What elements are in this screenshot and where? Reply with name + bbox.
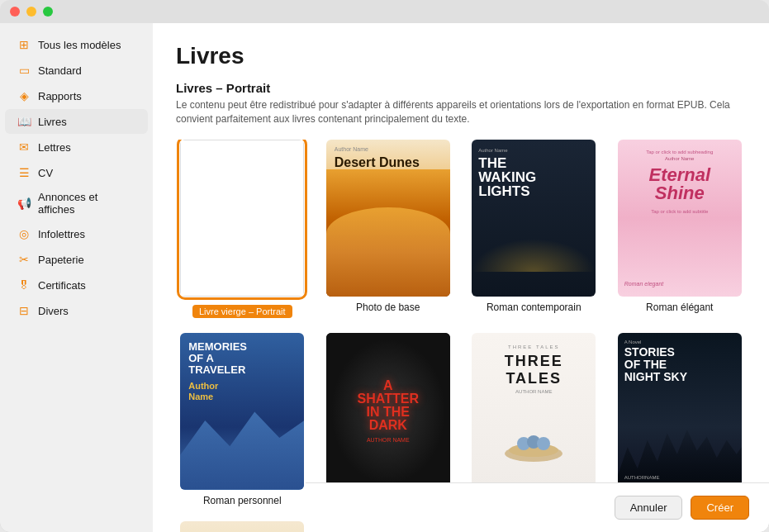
footer: Annuler Créer: [306, 482, 769, 532]
maximize-button[interactable]: [43, 7, 53, 17]
stories-preview: A Novel STORIESOF THENIGHT SKY AUTHORNAM…: [618, 333, 742, 490]
eternal-title: EternalShine: [648, 166, 710, 202]
template-thumb-seasons[interactable]: TheSeasonsof Paris: [180, 521, 304, 532]
template-label-memories: Roman personnel: [203, 495, 282, 506]
nest-image: [501, 414, 567, 463]
tales-preview: THREE TALES THREETALES AUTHOR NAME: [472, 333, 596, 490]
template-thumb-eternal[interactable]: Tap or click to add subheading Author Na…: [618, 140, 742, 297]
template-eternal[interactable]: Tap or click to add subheading Author Na…: [614, 140, 747, 318]
template-label-desert: Photo de base: [356, 302, 420, 313]
template-seasons[interactable]: TheSeasonsof Paris Les Saisons de Paris: [176, 521, 309, 532]
tales-subtitle: THREE TALES: [508, 344, 559, 349]
template-waking[interactable]: Author Name THEWAKINGLIGHTS Roman contem…: [468, 140, 600, 318]
sidebar-item-letters[interactable]: ✉ Lettres: [5, 135, 148, 159]
sidebar-item-certs[interactable]: 🎖 Certificats: [5, 273, 148, 297]
shatter-author: AUTHOR NAME: [367, 437, 410, 443]
sidebar-label-certs: Certificats: [38, 279, 86, 292]
selected-badge: Livre vierge – Portrait: [192, 305, 292, 318]
desert-image: [326, 169, 450, 296]
waking-title: THEWAKINGLIGHTS: [478, 156, 589, 198]
template-thumb-desert[interactable]: Author Name Desert Dunes: [326, 140, 450, 297]
sidebar-item-cv[interactable]: ☰ CV: [5, 160, 148, 185]
create-button[interactable]: Créer: [691, 496, 749, 520]
sidebar-label-standard: Standard: [38, 64, 82, 77]
sidebar-label-all: Tous les modèles: [38, 39, 121, 51]
sidebar-item-standard[interactable]: ▭ Standard: [5, 58, 148, 83]
newsletter-icon: ◎: [17, 226, 31, 241]
sidebar-label-reports: Rapports: [38, 90, 82, 102]
book-icon: 📖: [17, 114, 31, 129]
sidebar-label-letters: Lettres: [38, 141, 71, 154]
template-memories[interactable]: Memoriesof aTraveler AuthorName Roman pe…: [176, 333, 309, 506]
page-title: Livres: [176, 43, 746, 69]
template-tales[interactable]: THREE TALES THREETALES AUTHOR NAME: [468, 333, 600, 506]
seasons-preview: TheSeasonsof Paris: [180, 521, 304, 532]
sidebar-item-all[interactable]: ⊞ Tous les modèles: [5, 32, 148, 57]
template-desert[interactable]: Author Name Desert Dunes Photo de base: [322, 140, 455, 318]
memories-title: Memoriesof aTraveler: [188, 341, 296, 377]
memories-preview: Memoriesof aTraveler AuthorName: [180, 333, 304, 490]
sidebar-item-newsletters[interactable]: ◎ Infolettres: [5, 221, 148, 246]
tales-nest-container: [501, 394, 567, 483]
grid-icon: ⊞: [17, 37, 31, 52]
shatter-preview: ASHATTERIN THEDARK AUTHOR NAME: [326, 333, 450, 490]
eternal-tip: Tap or click to add subheading: [646, 150, 713, 154]
mountain-shape: [180, 403, 304, 490]
dune-shape: [326, 207, 450, 296]
template-thumb-stories[interactable]: A Novel STORIESOF THENIGHT SKY AUTHORNAM…: [618, 333, 742, 490]
template-label-eternal: Roman élégant: [646, 302, 713, 313]
sidebar-label-cv: CV: [38, 167, 53, 179]
cancel-button[interactable]: Annuler: [615, 496, 683, 520]
main-panel: Livres Livres – Portrait Le contenu peut…: [153, 23, 769, 532]
template-label-waking: Roman contemporain: [487, 302, 581, 313]
close-button[interactable]: [10, 7, 20, 17]
sidebar-label-stationery: Papeterie: [38, 254, 84, 266]
tales-title: THREETALES: [505, 353, 563, 387]
envelope-icon: ✉: [17, 140, 31, 154]
desert-title: Desert Dunes: [326, 155, 450, 170]
doc-icon: ▭: [17, 63, 31, 78]
stories-title: STORIESOF THENIGHT SKY: [624, 346, 735, 384]
sidebar-item-stationery[interactable]: ✂ Papeterie: [5, 247, 148, 272]
desert-preview: Author Name Desert Dunes: [326, 140, 450, 297]
template-stories[interactable]: A Novel STORIESOF THENIGHT SKY AUTHORNAM…: [614, 333, 747, 506]
person-icon: ☰: [17, 165, 31, 180]
templates-scroll: Livre vierge – Portrait Author Name Dese…: [153, 140, 769, 532]
sidebar-item-posters[interactable]: 📢 Annonces et affiches: [5, 186, 148, 221]
stories-author: AUTHORNAME: [624, 475, 660, 480]
sidebar-label-misc: Divers: [38, 305, 69, 317]
eternal-decor: Roman elegant: [624, 214, 735, 287]
waking-preview: Author Name THEWAKINGLIGHTS: [472, 140, 596, 297]
shatter-title: ASHATTERIN THEDARK: [358, 379, 419, 432]
section-description: Le contenu peut être redistribué pour s'…: [176, 98, 738, 126]
waking-content: Author Name THEWAKINGLIGHTS: [472, 140, 596, 207]
megaphone-icon: 📢: [17, 196, 31, 211]
main-window: ⊞ Tous les modèles ▭ Standard ◈ Rapports…: [0, 0, 769, 532]
template-thumb-shatter[interactable]: ASHATTERIN THEDARK AUTHOR NAME: [326, 333, 450, 490]
sidebar-item-reports[interactable]: ◈ Rapports: [5, 83, 148, 108]
scissors-icon: ✂: [17, 252, 31, 267]
minimize-button[interactable]: [26, 7, 36, 17]
sidebar: ⊞ Tous les modèles ▭ Standard ◈ Rapports…: [0, 23, 153, 532]
stories-label: A Novel: [624, 340, 735, 344]
sidebar-label-posters: Annonces et affiches: [38, 191, 136, 216]
template-thumb-blank[interactable]: [180, 140, 304, 297]
eternal-author: Author Name: [665, 156, 694, 161]
template-blank[interactable]: Livre vierge – Portrait: [176, 140, 309, 318]
titlebar: [0, 0, 769, 23]
sidebar-label-newsletters: Infolettres: [38, 228, 85, 240]
misc-icon: ⊟: [17, 303, 31, 318]
template-thumb-tales[interactable]: THREE TALES THREETALES AUTHOR NAME: [472, 333, 596, 490]
content-area: ⊞ Tous les modèles ▭ Standard ◈ Rapports…: [0, 23, 769, 532]
ribbon-icon: 🎖: [17, 278, 31, 292]
sidebar-label-books: Livres: [38, 116, 67, 128]
eternal-tag: Roman elegant: [624, 281, 663, 287]
section-title: Livres – Portrait: [176, 81, 746, 95]
template-shatter[interactable]: ASHATTERIN THEDARK AUTHOR NAME Roman aud…: [322, 333, 455, 506]
eternal-preview: Tap or click to add subheading Author Na…: [618, 140, 742, 297]
sidebar-item-books[interactable]: 📖 Livres: [5, 109, 148, 134]
sidebar-item-misc[interactable]: ⊟ Divers: [5, 298, 148, 323]
template-thumb-memories[interactable]: Memoriesof aTraveler AuthorName: [180, 333, 304, 490]
template-thumb-waking[interactable]: Author Name THEWAKINGLIGHTS: [472, 140, 596, 297]
city-lights: [472, 239, 596, 272]
